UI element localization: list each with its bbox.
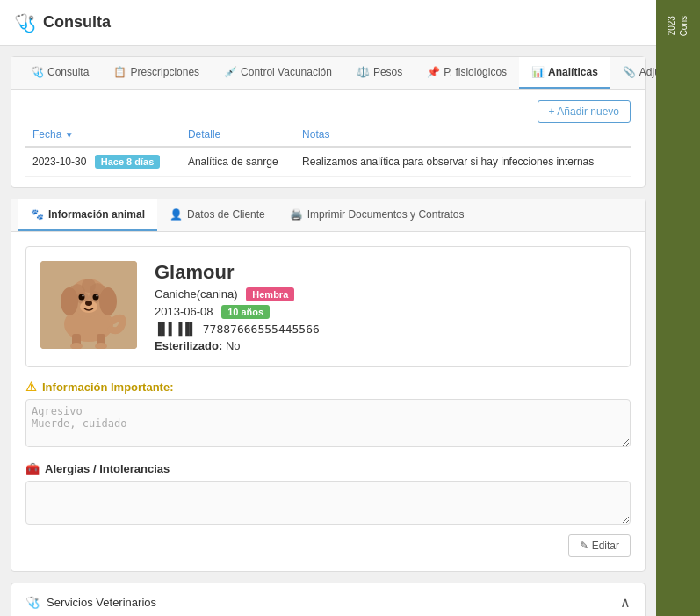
svg-point-11 — [93, 294, 99, 301]
chevron-up-icon: ∧ — [620, 594, 631, 611]
important-title: ⚠ Información Importante: — [25, 380, 631, 394]
header-brand: 🩺 Consulta — [14, 12, 111, 33]
animal-details: Glamour Caniche(canina) Hembra 2013-06-0… — [155, 261, 616, 352]
animal-info-panel: Glamour Caniche(canina) Hembra 2013-06-0… — [11, 232, 645, 571]
tab-p-fisiologicos[interactable]: 📌 P. fisiológicos — [415, 57, 519, 89]
important-textarea[interactable]: Agresivo Muerde, cuidado — [25, 399, 631, 447]
right-panel-text: 2023Cons — [662, 9, 694, 43]
svg-point-13 — [97, 295, 98, 297]
row-fecha: 2023-10-30 Hace 8 días — [25, 147, 181, 177]
info-animal-icon: 🐾 — [31, 208, 44, 221]
edit-button[interactable]: ✎ Editar — [568, 534, 631, 557]
animal-info-card: 🐾 Información animal 👤 Datos de Cliente … — [11, 199, 646, 572]
allergies-textarea[interactable] — [25, 481, 631, 525]
info-tabs: 🐾 Información animal 👤 Datos de Cliente … — [11, 199, 645, 232]
tab-control-vacunacion[interactable]: 💉 Control Vacunación — [212, 57, 344, 89]
barcode-icon: ▐▌▌▐▐▌ — [155, 322, 196, 336]
svg-point-12 — [83, 295, 84, 297]
services-bar[interactable]: 🩺 Servicios Veterinarios ∧ — [11, 583, 646, 616]
age-badge: 10 años — [221, 305, 270, 319]
animal-profile: Glamour Caniche(canina) Hembra 2013-06-0… — [25, 246, 631, 367]
sort-arrow-icon: ▼ — [65, 130, 74, 140]
animal-photo — [40, 261, 137, 349]
animal-name: Glamour — [155, 261, 616, 284]
gender-badge: Hembra — [246, 287, 294, 301]
prescripciones-tab-icon: 📋 — [113, 66, 126, 78]
tab-analiticas[interactable]: 📊 Analíticas — [519, 57, 610, 89]
svg-point-14 — [61, 287, 78, 315]
vacunacion-tab-icon: 💉 — [224, 66, 237, 78]
col-fecha[interactable]: Fecha ▼ — [25, 123, 181, 147]
svg-point-10 — [79, 294, 85, 301]
right-panel: 2023Cons — [656, 0, 700, 616]
important-section: ⚠ Información Importante: Agresivo Muerd… — [25, 380, 631, 450]
add-new-button[interactable]: + Añadir nuevo — [538, 100, 631, 123]
animal-breed: Caniche(canina) Hembra — [155, 287, 616, 301]
allergies-title: 🧰 Alergias / Intolerancias — [25, 462, 631, 475]
tab-consulta[interactable]: 🩺 Consulta — [18, 57, 101, 89]
svg-point-9 — [85, 301, 92, 306]
svg-point-15 — [99, 287, 117, 315]
analytics-card: 🩺 Consulta 📋 Prescripciones 💉 Control Va… — [11, 56, 646, 188]
top-header: 🩺 Consulta ? Ayuda — [0, 0, 700, 46]
main-tabs: 🩺 Consulta 📋 Prescripciones 💉 Control Va… — [11, 57, 645, 90]
pesos-tab-icon: ⚖️ — [357, 66, 370, 78]
allergies-icon: 🧰 — [25, 462, 40, 475]
services-icon: 🩺 — [25, 596, 40, 609]
col-detalle: Detalle — [181, 123, 295, 147]
poodle-image — [40, 261, 137, 349]
main-content: 🩺 Consulta 📋 Prescripciones 💉 Control Va… — [0, 46, 656, 616]
svg-point-5 — [82, 279, 96, 293]
analytics-tab-content: + Añadir nuevo Fecha ▼ Detalle Notas — [11, 90, 645, 187]
row-notas: Realizamos analítica para observar si ha… — [295, 147, 631, 177]
days-badge: Hace 8 días — [95, 155, 161, 169]
tab-imprimir[interactable]: 🖨️ Imprimir Documentos y Contratos — [278, 199, 477, 231]
animal-chip: ▐▌▌▐▐▌ 77887666555445566 — [155, 322, 616, 336]
header-title: Consulta — [43, 13, 111, 32]
tab-datos-cliente[interactable]: 👤 Datos de Cliente — [157, 199, 278, 231]
col-notas: Notas — [295, 123, 631, 147]
table-row: 2023-10-30 Hace 8 días Analítica de sanr… — [25, 147, 631, 177]
analiticas-tab-icon: 📊 — [531, 66, 545, 78]
tab-pesos[interactable]: ⚖️ Pesos — [344, 57, 415, 89]
services-bar-left: 🩺 Servicios Veterinarios — [25, 596, 156, 609]
analytics-table: Fecha ▼ Detalle Notas 202 — [25, 123, 631, 177]
animal-dob: 2013-06-08 10 años — [155, 305, 616, 319]
fisiologicos-tab-icon: 📌 — [427, 66, 440, 78]
datos-cliente-icon: 👤 — [170, 208, 183, 221]
tab-info-animal[interactable]: 🐾 Información animal — [18, 199, 157, 231]
services-label: Servicios Veterinarios — [47, 596, 156, 609]
adjuntos-tab-icon: 📎 — [623, 66, 636, 78]
consulta-tab-icon: 🩺 — [31, 66, 44, 78]
warning-icon: ⚠ — [25, 380, 37, 394]
imprimir-icon: 🖨️ — [290, 208, 303, 221]
row-detalle: Analítica de sanrge — [181, 147, 295, 177]
tab-prescripciones[interactable]: 📋 Prescripciones — [101, 57, 212, 89]
animal-sterilized: Esterilizado: No — [155, 339, 616, 352]
allergies-section: 🧰 Alergias / Intolerancias — [25, 462, 631, 527]
stethoscope-icon: 🩺 — [14, 12, 36, 33]
